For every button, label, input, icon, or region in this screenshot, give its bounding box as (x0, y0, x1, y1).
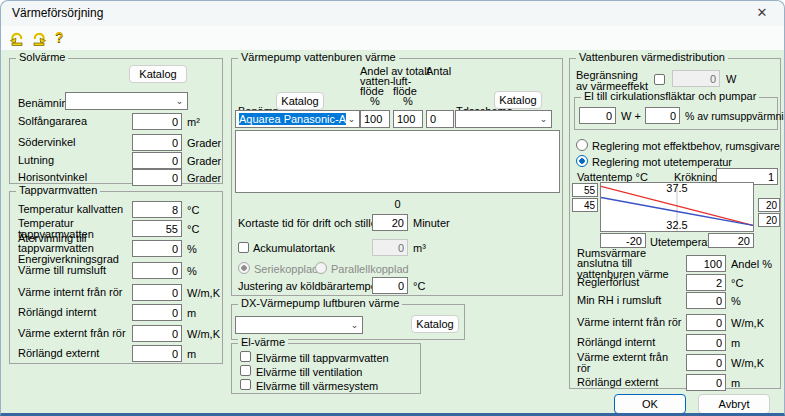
field-row: Värme externt från rör W/m,K (577, 354, 778, 371)
subgroup-el-legend: El till cirkulationsfläktar och pumpar (581, 90, 759, 103)
group-varmepump: Värmepump vattenburen värme Andel av tot… (231, 58, 563, 296)
seriekopplad-radio (238, 262, 250, 274)
field-row: Lutning Grader (18, 152, 218, 169)
justering-unit: °C (413, 280, 425, 292)
chevron-down-icon: ⌄ (538, 115, 549, 124)
temp-tappvarmvatten-input[interactable] (132, 220, 182, 237)
varme-externt-ror-input[interactable] (132, 325, 182, 342)
varmepump-katalog-button[interactable]: Katalog (276, 92, 324, 110)
elvarme-tappvarmvatten-checkbox[interactable] (240, 351, 251, 362)
return-temp-at-max-input[interactable] (758, 213, 780, 227)
kortaste-tid-input[interactable] (372, 214, 408, 231)
reglerforlust-label: Reglerförlust (577, 277, 686, 288)
parallellkopplad-label: Parallellkopplad (331, 263, 409, 275)
exit-save-icon[interactable] (9, 30, 25, 46)
atervinning-input[interactable] (132, 240, 182, 257)
utetemp-max-input[interactable] (708, 233, 754, 248)
elvarme-varmesystem-checkbox[interactable] (240, 379, 251, 390)
dist-rorlangd-externt-input[interactable] (686, 374, 726, 391)
title-bar[interactable]: Värmeförsörjning ✕ (1, 1, 784, 26)
varme-till-rumsluft-input[interactable] (132, 262, 182, 279)
justering-input[interactable] (372, 277, 408, 294)
toolbar: ? (1, 26, 784, 50)
supply-temp-at-min-input[interactable] (572, 183, 598, 197)
solvarme-benamning-select[interactable]: ⌄ (65, 92, 188, 110)
dist-varme-externt-label: Värme externt från rör (577, 352, 686, 373)
solfangararea-input[interactable] (132, 113, 182, 130)
group-distribution-legend: Vattenburen värmedistribution (576, 51, 728, 64)
reglerforlust-input[interactable] (686, 274, 726, 291)
rumsvarmare-input[interactable] (686, 255, 726, 272)
chevron-down-icon: ⌄ (349, 321, 360, 330)
close-icon[interactable]: ✕ (746, 3, 778, 23)
dist-varme-internt-input[interactable] (686, 314, 726, 331)
antal-input[interactable] (426, 110, 454, 128)
chart-mid-return-label: 32.5 (601, 219, 753, 231)
rorlangd-externt-label: Rörlängd externt (18, 348, 132, 359)
elvarme-varmesystem-label: Elvärme till värmesystem (256, 380, 378, 392)
supply-temp-at-max-input[interactable] (758, 198, 780, 212)
tdsschema-select[interactable]: ⌄ (455, 110, 552, 128)
el-pct-input[interactable] (645, 107, 680, 124)
solvarme-katalog-button[interactable]: Katalog (129, 65, 187, 83)
cancel-button[interactable]: Avbryt (698, 394, 770, 414)
field-row: Reglerförlust °C (577, 274, 778, 291)
horisontvinkel-label: Horisontvinkel (18, 172, 132, 183)
ok-button[interactable]: OK (614, 394, 686, 414)
parallellkopplad-radio (315, 262, 327, 274)
sodervinkel-input[interactable] (132, 134, 182, 151)
ackumulatortank-checkbox[interactable] (238, 242, 249, 253)
temp-kallvatten-label: Temperatur kallvatten (18, 204, 132, 215)
return-temp-at-min-input[interactable] (572, 198, 598, 212)
dx-katalog-button[interactable]: Katalog (411, 315, 459, 333)
dist-rorlangd-externt-label: Rörlängd externt (577, 377, 686, 388)
temp-kallvatten-input[interactable] (132, 201, 182, 218)
el-pct-unit: % av rumsuppvärmning (685, 110, 785, 122)
reglering-effektbehov-radio[interactable] (576, 139, 588, 151)
help-icon[interactable]: ? (55, 29, 71, 45)
dist-rorlangd-internt-input[interactable] (686, 334, 726, 351)
ackumulatortank-label: Ackumulatortank (253, 242, 335, 254)
dist-rorlangd-internt-label: Rörlängd internt (577, 337, 686, 348)
group-dx-varmepump: DX-Värmepump luftburen värme ⌄ Katalog (231, 304, 465, 340)
tdsschema-katalog-button[interactable]: Katalog (494, 91, 542, 109)
begransning-checkbox[interactable] (654, 74, 665, 85)
reglering-utetemperatur-radio[interactable] (576, 155, 588, 167)
luftflode-input[interactable] (393, 110, 423, 128)
antal-header: Antal (426, 65, 451, 77)
elvarme-ventilation-checkbox[interactable] (240, 365, 251, 376)
vattenflode-input[interactable] (360, 110, 390, 128)
field-row: Värme till rumsluft % (18, 262, 218, 279)
begransning-input (672, 70, 720, 87)
rorlangd-internt-input[interactable] (132, 304, 182, 321)
begransning-unit: W (726, 73, 736, 85)
dist-varme-externt-input[interactable] (686, 354, 726, 371)
el-w-input[interactable] (579, 107, 616, 124)
varme-internt-ror-input[interactable] (132, 284, 182, 301)
lutning-label: Lutning (18, 155, 132, 166)
seriekopplad-label: Seriekopplad (254, 263, 318, 275)
varme-externt-ror-label: Värme externt från rör (18, 328, 132, 339)
dx-select[interactable]: ⌄ (235, 316, 363, 334)
field-row: Solfångararea m² (18, 113, 218, 130)
varmepump-benamning-select[interactable]: Aquarea Panasonic-ADC3GB ⌄ (235, 110, 360, 128)
lutning-input[interactable] (132, 152, 182, 169)
field-row: Temperatur kallvatten °C (18, 201, 218, 218)
subgroup-el-cirkulation: El till cirkulationsfläktar och pumpar W… (574, 97, 778, 130)
water-temp-chart: 37.5 32.5 (600, 182, 754, 232)
varme-till-rumsluft-label: Värme till rumsluft (18, 265, 132, 276)
group-tappvarmvatten: Tappvarmvatten Temperatur kallvatten °C … (9, 191, 223, 364)
group-dx-legend: DX-Värmepump luftburen värme (238, 297, 402, 310)
window-title: Värmeförsörjning (12, 6, 103, 20)
solfangararea-label: Solfångararea (18, 116, 132, 127)
dist-varme-internt-label: Värme internt från rör (577, 317, 686, 328)
horisontvinkel-input[interactable] (132, 169, 182, 186)
utetemp-min-input[interactable] (600, 233, 646, 248)
kortaste-tid-unit: Minuter (413, 217, 450, 229)
lutning-unit: Grader (182, 155, 218, 167)
min-rh-input[interactable] (686, 292, 726, 309)
varmepump-listbox[interactable] (235, 130, 560, 193)
rorlangd-externt-input[interactable] (132, 345, 182, 362)
chevron-down-icon: ⌄ (346, 115, 357, 124)
exit-icon[interactable] (31, 30, 47, 46)
